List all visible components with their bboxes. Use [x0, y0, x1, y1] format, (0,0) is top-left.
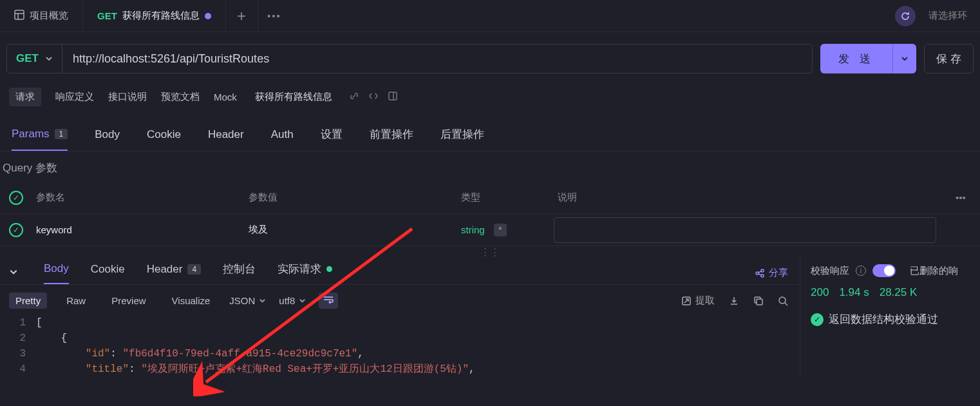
- tab-api-active[interactable]: GET 获得所有路线信息: [83, 0, 226, 32]
- dots-icon: •••: [267, 10, 281, 21]
- tab-label: 项目概览: [30, 10, 68, 22]
- drag-handle-icon[interactable]: ⋮⋮: [0, 246, 980, 255]
- params-row[interactable]: ✓ keyword 埃及 string *: [0, 214, 980, 246]
- response-tabs: Body Cookie Header 4 控制台 实际请求 分享: [0, 255, 800, 285]
- deleted-label: 已删除的响: [910, 265, 958, 277]
- validate-result: 返回数据结构校验通过: [829, 312, 938, 327]
- resp-tab-header-label: Header: [147, 263, 183, 276]
- resp-tab-actual[interactable]: 实际请求: [278, 262, 332, 284]
- view-raw[interactable]: Raw: [60, 293, 92, 309]
- search-icon[interactable]: [778, 296, 788, 306]
- query-section-title: Query 参数: [0, 151, 980, 182]
- new-tab-button[interactable]: [226, 0, 258, 32]
- col-desc: 说明: [554, 191, 941, 204]
- svg-point-9: [761, 275, 764, 277]
- format-select[interactable]: JSON: [229, 295, 266, 306]
- response-time: 1.94 s: [839, 286, 869, 299]
- resp-tab-body[interactable]: Body: [44, 262, 69, 284]
- environment-select[interactable]: 请选择环: [923, 10, 972, 22]
- row-check-icon[interactable]: ✓: [9, 223, 23, 237]
- params-count-badge: 1: [55, 129, 68, 139]
- send-label: 发 送: [820, 52, 893, 66]
- refresh-button[interactable]: [895, 6, 916, 26]
- validate-result-row: ✓ 返回数据结构校验通过: [811, 312, 974, 327]
- subtab-cookie[interactable]: Cookie: [147, 128, 181, 150]
- resp-tab-cookie[interactable]: Cookie: [91, 263, 125, 284]
- nav-response-def[interactable]: 响应定义: [55, 91, 94, 103]
- resp-tab-actual-label: 实际请求: [278, 262, 321, 276]
- subtab-post[interactable]: 后置操作: [440, 127, 484, 151]
- header-count-badge: 4: [187, 264, 201, 275]
- col-value: 参数值: [245, 191, 457, 204]
- resp-tab-header[interactable]: Header 4: [147, 263, 201, 284]
- encoding-select[interactable]: utf8: [279, 295, 306, 306]
- encoding-label: utf8: [279, 295, 295, 306]
- tabs-left: 项目概览 GET 获得所有路线信息 •••: [0, 0, 290, 32]
- param-value[interactable]: 埃及: [245, 224, 457, 236]
- nav-icons: [349, 91, 398, 103]
- view-visualize[interactable]: Visualize: [165, 293, 217, 309]
- view-pretty[interactable]: Pretty: [9, 293, 47, 309]
- subtab-pre[interactable]: 前置操作: [370, 127, 413, 151]
- subtab-body[interactable]: Body: [95, 128, 120, 150]
- url-input[interactable]: [62, 44, 813, 73]
- code-icon[interactable]: [368, 91, 379, 103]
- format-label: JSON: [229, 295, 255, 306]
- copy-icon[interactable]: [753, 296, 764, 306]
- resp-tab-console[interactable]: 控制台: [223, 262, 256, 284]
- nav-request[interactable]: 请求: [9, 88, 41, 106]
- svg-line-18: [785, 303, 787, 305]
- nav-mock[interactable]: Mock: [214, 92, 237, 102]
- view-preview[interactable]: Preview: [105, 293, 152, 309]
- subtab-settings[interactable]: 设置: [321, 127, 343, 151]
- send-dropdown[interactable]: [892, 44, 916, 73]
- modified-dot-icon: [205, 13, 211, 19]
- wrap-icon[interactable]: [319, 293, 338, 309]
- nav-preview-doc[interactable]: 预览文档: [161, 91, 200, 103]
- subtab-header[interactable]: Header: [208, 128, 244, 150]
- svg-point-7: [756, 272, 759, 275]
- tab-title: 获得所有路线信息: [122, 10, 200, 22]
- asterisk-icon: *: [494, 224, 507, 237]
- tab-more-button[interactable]: •••: [258, 0, 290, 32]
- link-icon[interactable]: [349, 91, 359, 103]
- svg-rect-5: [389, 92, 397, 100]
- check-all-icon[interactable]: ✓: [9, 191, 23, 205]
- collapse-icon[interactable]: [9, 267, 18, 278]
- extract-label: 提取: [695, 295, 715, 307]
- share-button[interactable]: 分享: [755, 267, 788, 279]
- param-name[interactable]: keyword: [32, 224, 245, 235]
- extract-button[interactable]: 提取: [681, 295, 715, 307]
- status-row: 200 1.94 s 28.25 K: [811, 286, 974, 299]
- code-l4-key: "title": [86, 363, 129, 375]
- subtab-params[interactable]: Params 1: [12, 128, 68, 151]
- code-l1: [: [36, 317, 42, 329]
- download-icon[interactable]: [729, 296, 739, 306]
- col-more-icon[interactable]: •••: [941, 192, 980, 203]
- tab-project-overview[interactable]: 项目概览: [0, 0, 83, 32]
- info-icon[interactable]: i: [856, 266, 866, 276]
- response-body[interactable]: 1234 [ { "id": "fb6d4f10-79ed-4aff-a915-…: [0, 315, 800, 377]
- response-size: 28.25 K: [880, 286, 918, 299]
- subtab-params-label: Params: [12, 128, 50, 140]
- status-code: 200: [811, 286, 829, 299]
- validate-toggle[interactable]: [872, 264, 896, 277]
- method-badge: GET: [97, 10, 117, 21]
- save-label: 保 存: [936, 52, 961, 66]
- save-button[interactable]: 保 存: [924, 44, 974, 73]
- panel-icon[interactable]: [388, 91, 398, 103]
- nav-api-desc[interactable]: 接口说明: [108, 91, 147, 103]
- param-desc-input[interactable]: [554, 217, 936, 243]
- svg-line-11: [759, 274, 761, 275]
- response-left: Body Cookie Header 4 控制台 实际请求 分享 Pretty: [0, 255, 800, 377]
- method-select[interactable]: GET: [6, 44, 62, 73]
- share-label: 分享: [769, 267, 788, 279]
- svg-line-10: [759, 271, 761, 273]
- code-lines: [ { "id": "fb6d4f10-79ed-4aff-a915-4ce29…: [36, 315, 800, 377]
- params-header-row: ✓ 参数名 参数值 类型 说明 •••: [0, 182, 980, 214]
- param-type[interactable]: string *: [457, 224, 554, 237]
- env-placeholder: 请选择环: [928, 10, 967, 21]
- send-button[interactable]: 发 送: [820, 44, 917, 73]
- svg-point-17: [779, 297, 786, 304]
- subtab-auth[interactable]: Auth: [271, 128, 294, 150]
